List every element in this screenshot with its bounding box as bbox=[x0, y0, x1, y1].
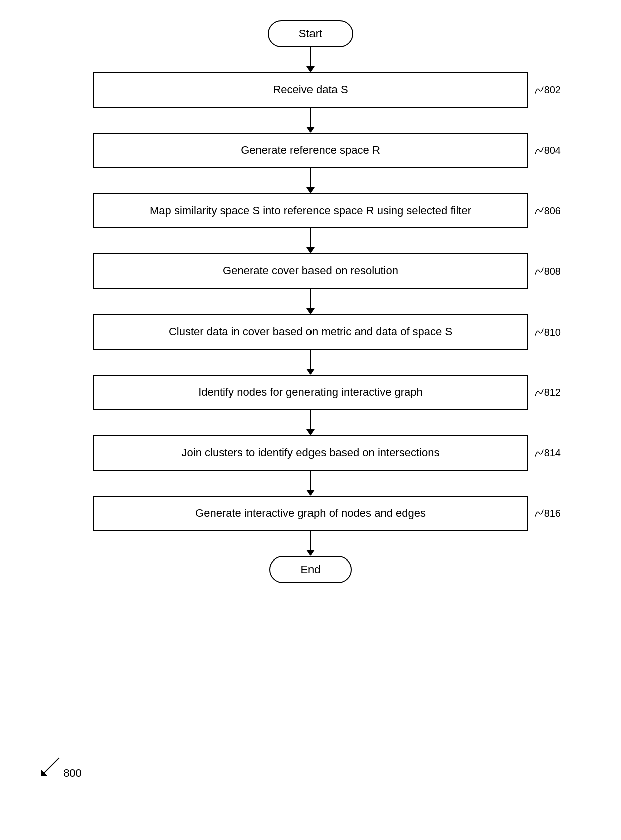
step-804-box: Generate reference space R bbox=[93, 133, 528, 168]
end-terminal: End bbox=[269, 556, 351, 583]
start-terminal: Start bbox=[268, 20, 353, 47]
arrow-8 bbox=[306, 531, 315, 556]
arrow-4 bbox=[306, 289, 315, 314]
ref-810: 810 bbox=[533, 326, 561, 338]
squiggle-icon-804 bbox=[533, 145, 544, 156]
step-814-box: Join clusters to identify edges based on… bbox=[93, 435, 528, 471]
step-808-box: Generate cover based on resolution bbox=[93, 253, 528, 289]
ref-806: 806 bbox=[533, 205, 561, 216]
ref-814: 814 bbox=[533, 447, 561, 459]
diagram-number: 800 bbox=[40, 757, 82, 780]
step-810-row: Cluster data in cover based on metric an… bbox=[0, 314, 621, 350]
step-802-row: Receive data S 802 bbox=[0, 72, 621, 108]
ref-808: 808 bbox=[533, 265, 561, 277]
diagram-container: Start Receive data S 802 Generate refere… bbox=[0, 0, 621, 840]
arrow-1 bbox=[306, 108, 315, 133]
ref-802: 802 bbox=[533, 84, 561, 96]
step-814-row: Join clusters to identify edges based on… bbox=[0, 435, 621, 471]
arrow-7 bbox=[306, 471, 315, 496]
step-816-box: Generate interactive graph of nodes and … bbox=[93, 496, 528, 531]
step-812-box: Identify nodes for generating interactiv… bbox=[93, 375, 528, 410]
arrow-3 bbox=[306, 228, 315, 253]
ref-816: 816 bbox=[533, 507, 561, 519]
diagram-arrow-icon bbox=[40, 757, 60, 777]
step-816-row: Generate interactive graph of nodes and … bbox=[0, 496, 621, 531]
arrow-0 bbox=[306, 47, 315, 72]
step-804-row: Generate reference space R 804 bbox=[0, 133, 621, 168]
squiggle-icon-806 bbox=[533, 205, 544, 216]
step-812-row: Identify nodes for generating interactiv… bbox=[0, 375, 621, 410]
arrow-5 bbox=[306, 350, 315, 375]
squiggle-icon-802 bbox=[533, 84, 544, 95]
step-802-box: Receive data S bbox=[93, 72, 528, 108]
arrow-6 bbox=[306, 410, 315, 435]
step-806-row: Map similarity space S into reference sp… bbox=[0, 193, 621, 229]
squiggle-icon-808 bbox=[533, 266, 544, 277]
squiggle-icon-816 bbox=[533, 508, 544, 519]
squiggle-icon-810 bbox=[533, 327, 544, 338]
step-806-box: Map similarity space S into reference sp… bbox=[93, 193, 528, 229]
step-810-box: Cluster data in cover based on metric an… bbox=[93, 314, 528, 350]
squiggle-icon-814 bbox=[533, 447, 544, 458]
start-terminal-container: Start bbox=[0, 20, 621, 47]
step-808-row: Generate cover based on resolution 808 bbox=[0, 253, 621, 289]
arrow-2 bbox=[306, 168, 315, 193]
ref-812: 812 bbox=[533, 387, 561, 398]
end-terminal-container: End bbox=[0, 556, 621, 583]
squiggle-icon-812 bbox=[533, 387, 544, 398]
ref-804: 804 bbox=[533, 145, 561, 156]
